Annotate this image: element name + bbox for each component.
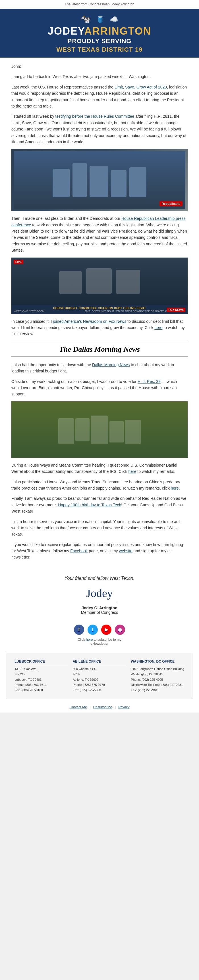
cloud-icon: ☁️ (110, 15, 118, 23)
subtitle2-text: WEST TEXAS DISTRICT 19 (56, 46, 143, 53)
lubbock-office: LUBBOCK OFFICE 1312 Texas Ave.Ste 219Lub… (14, 659, 68, 693)
fox-logo: FOX NEWS (167, 308, 185, 312)
fox-person-2 (86, 268, 112, 294)
fox-title: HOUSE BUDGET COMMITTEE CHAIR ON DEBT CEI… (14, 307, 185, 310)
website-link[interactable]: website (119, 549, 132, 553)
washington-tollfree: Districtwide Toll Free: (888) 217-0281 (131, 682, 185, 687)
header-subtitle-line2: WEST TEXAS DISTRICT 19 (8, 46, 191, 53)
signoff-name: Jodey C. Arrington (11, 606, 188, 610)
gop-logo: Republicans (159, 201, 183, 206)
trade-para-text: I also participated a House Ways and Mea… (11, 480, 180, 490)
footer-links: Contact Me | Unsubscribe | Privacy (0, 702, 199, 713)
hj39-pre: Outside of my work tackling our nation's… (11, 379, 138, 384)
name-first: JODEY (48, 25, 84, 37)
lubbock-office-name: LUBBOCK OFFICE (14, 659, 68, 665)
hj39-para: Outside of my work tackling our nation's… (11, 379, 188, 398)
privacy-link[interactable]: Privacy (118, 705, 129, 709)
abilene-address: 500 Chestnut St.#619Abilene, TX 79602 (73, 666, 127, 682)
voice-para: It's an honor to serve as your voice in … (11, 519, 188, 538)
person-sil-1 (53, 169, 70, 197)
fox-bottom-bar: HOUSE BUDGET COMMITTEE CHAIR ON DEBT CEI… (11, 305, 188, 314)
fox-image: LIVE HOUSE BUDGET COMMITTEE CHAIR ON DEB… (11, 258, 188, 314)
para2-pre: Last week, the U.S. House of Representat… (11, 85, 115, 89)
offices-section: LUBBOCK OFFICE 1312 Texas Ave.Ste 219Lub… (6, 653, 193, 699)
content-section: John: I am glad to be back in West Texas… (0, 57, 199, 570)
person-sil-4 (111, 170, 127, 197)
instagram-icon: ◉ (115, 625, 125, 635)
follow-para: If you would like to receive regular upd… (11, 541, 188, 560)
dallas-para: I also had the opportunity to sit down w… (11, 362, 188, 374)
fox-person-3 (116, 270, 140, 294)
fox-live-badge: LIVE (14, 260, 23, 264)
unsubscribe-link[interactable]: Unsubscribe (93, 705, 112, 709)
header-name: JODEYARRINGTON (8, 26, 191, 36)
youtube-social-link[interactable]: ▶ (101, 625, 111, 635)
podium-silhouettes (58, 415, 141, 444)
dallas-news-title: The Dallas Morning News (59, 345, 140, 353)
top-bar-text: The latest from Congressman Jodey Arring… (65, 2, 135, 6)
trade-here-link[interactable]: here (171, 486, 179, 490)
header-icons: 🐄 🛢️ ☁️ (8, 14, 191, 24)
irs-para: During a House Ways and Means Committee … (11, 462, 188, 475)
person-sil-3 (90, 166, 108, 197)
podium-person-3 (91, 415, 108, 444)
twitter-social-link[interactable]: t (88, 625, 98, 635)
fox-screen-people (59, 268, 140, 294)
top-bar: The latest from Congressman Jodey Arring… (0, 0, 199, 9)
subscribe-link[interactable]: here (86, 638, 93, 642)
cow-icon: 🐄 (81, 14, 91, 24)
social-section: f t ▶ ◉ Click here to subscribe to my eN… (0, 620, 199, 650)
youtube-icon: ▶ (101, 625, 111, 635)
para3-pre: I started off last week by (11, 114, 55, 119)
para1: I am glad to be back in West Texas after… (11, 73, 188, 80)
person-sil-2 (72, 163, 87, 197)
washington-office: WASHINGTON, DC OFFICE 1107 Longworth Hou… (131, 659, 185, 693)
limit-save-grow-link[interactable]: Limit, Save, Grow Act of 2023 (115, 85, 167, 89)
fox-here-link[interactable]: here (154, 325, 162, 330)
texas-tech-link[interactable]: Happy 100th birthday to Texas Tech (58, 503, 121, 507)
offices-grid: LUBBOCK OFFICE 1312 Texas Ave.Ste 219Lub… (14, 659, 185, 693)
podium-person-4 (109, 421, 124, 442)
house-rules-link[interactable]: testifying before the House Rules Commit… (55, 114, 135, 119)
signoff-greeting: Your friend and fellow West Texan, (11, 576, 188, 581)
twitter-icon: t (88, 625, 98, 635)
committee-image: Republicans (11, 149, 188, 211)
washington-fax: Fax: (202) 225-9615 (131, 687, 185, 693)
irs-here-link[interactable]: here (128, 469, 136, 474)
para2: Last week, the U.S. House of Representat… (11, 84, 188, 110)
fox-sub1: AMERICA'S NEWSROOM (14, 310, 44, 313)
header-subtitle-line1: PROUDLY SERVING (8, 37, 191, 45)
abilene-fax: Fax: (325) 675-5038 (73, 687, 127, 693)
facebook-social-link[interactable]: f (74, 625, 84, 635)
fox-newsroom-link[interactable]: joined America's Newsroom on Fox News (53, 319, 126, 324)
subtitle1-text: PROUDLY SERVING (67, 37, 132, 45)
enewsletter-label: eNewsletter (90, 642, 108, 646)
abilene-phone: Phone: (325) 675-9779 (73, 682, 127, 687)
washington-office-name: WASHINGTON, DC OFFICE (131, 659, 185, 665)
hj39-link[interactable]: H. J. Res. 39 (138, 379, 160, 384)
signoff-section: Your friend and fellow West Texan, Jodey… (0, 570, 199, 620)
washington-address: 1107 Longworth House Office BuildingWash… (131, 666, 185, 677)
podium-person-2 (75, 418, 90, 441)
dallas-news-logo: The Dallas Morning News (11, 342, 188, 357)
fox-para: In case you missed it, I joined America'… (11, 318, 188, 337)
podium-person-1 (58, 418, 74, 444)
facebook-link[interactable]: Facebook (70, 549, 88, 553)
para4-post: to work across the aisle and negotiate w… (11, 223, 187, 253)
dallas-morning-link[interactable]: Dallas Morning News (92, 363, 130, 367)
trade-para: I also participated a House Ways and Mea… (11, 479, 188, 492)
ways-means-image (11, 401, 188, 458)
lubbock-phone: Phone: (806) 763-1611 (14, 682, 68, 687)
instagram-social-link[interactable]: ◉ (115, 625, 125, 635)
social-icons: f t ▶ ◉ (4, 625, 195, 635)
para4: Then, I made one last plea to Biden and … (11, 215, 188, 253)
oil-icon: 🛢️ (96, 16, 104, 23)
abilene-office: ABILENE OFFICE 500 Chestnut St.#619Abile… (73, 659, 127, 693)
header-section: 🐄 🛢️ ☁️ JODEYARRINGTON PROUDLY SERVING W… (0, 9, 199, 57)
fox-para-pre: In case you missed it, I (11, 319, 53, 324)
signature: Jodey (11, 587, 188, 600)
lubbock-fax: Fax: (806) 767-9168 (14, 687, 68, 693)
para4-pre: Then, I made one last plea to Biden and … (11, 216, 121, 221)
contact-me-link[interactable]: Contact Me (70, 705, 87, 709)
fox-screen (11, 258, 188, 305)
